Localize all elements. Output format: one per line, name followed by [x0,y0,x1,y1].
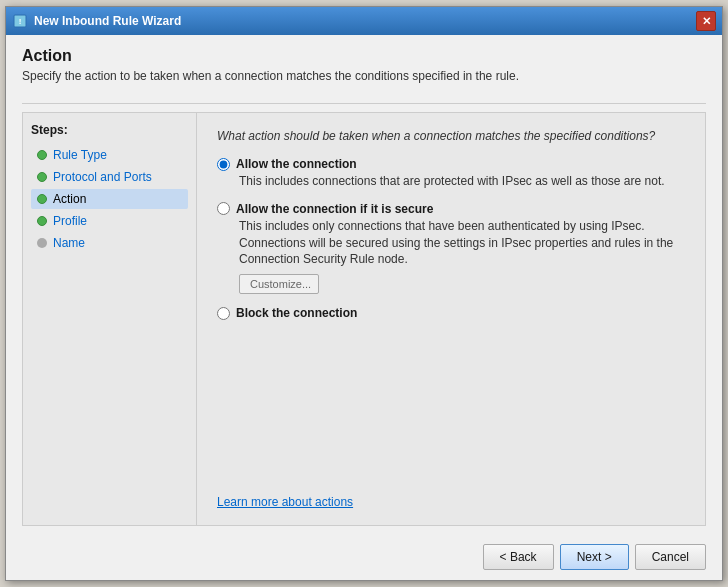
step-active-icon [37,194,47,204]
sidebar-item-profile[interactable]: Profile [31,211,188,231]
next-button[interactable]: Next > [560,544,629,570]
radio-allow-secure[interactable] [217,202,230,215]
back-button[interactable]: < Back [483,544,554,570]
radio-allow-secure-desc: This includes only connections that have… [239,218,685,268]
radio-allow-desc: This includes connections that are prote… [239,173,685,190]
title-bar: ! New Inbound Rule Wizard ✕ [6,7,722,35]
footer: < Back Next > Cancel [6,536,722,580]
customize-button[interactable]: Customize... [239,274,319,294]
main-panel: What action should be taken when a conne… [197,112,706,526]
learn-more-section: Learn more about actions [217,485,685,509]
sidebar-item-label: Name [53,236,85,250]
step-done-icon [37,150,47,160]
radio-row-allow: Allow the connection [217,157,685,171]
window-body: Action Specify the action to be taken wh… [6,35,722,536]
sidebar-item-label: Profile [53,214,87,228]
svg-text:!: ! [19,17,22,26]
question-text: What action should be taken when a conne… [217,129,685,143]
window-title: New Inbound Rule Wizard [34,14,696,28]
wizard-window: ! New Inbound Rule Wizard ✕ Action Speci… [5,6,723,581]
option-block: Block the connection [217,306,685,320]
sidebar-item-rule-type[interactable]: Rule Type [31,145,188,165]
cancel-button[interactable]: Cancel [635,544,706,570]
radio-row-allow-secure: Allow the connection if it is secure [217,202,685,216]
sidebar-item-name[interactable]: Name [31,233,188,253]
radio-row-block: Block the connection [217,306,685,320]
option-allow-secure: Allow the connection if it is secure Thi… [217,202,685,294]
sidebar-item-action[interactable]: Action [31,189,188,209]
radio-group: Allow the connection This includes conne… [217,157,685,320]
content-area: Steps: Rule Type Protocol and Ports Acti… [22,112,706,526]
radio-block[interactable] [217,307,230,320]
option-allow: Allow the connection This includes conne… [217,157,685,190]
learn-more-link[interactable]: Learn more about actions [217,495,353,509]
window-icon: ! [12,13,28,29]
radio-allow-secure-label[interactable]: Allow the connection if it is secure [236,202,433,216]
radio-block-label[interactable]: Block the connection [236,306,357,320]
close-button[interactable]: ✕ [696,11,716,31]
step-done-icon [37,172,47,182]
sidebar-item-label: Action [53,192,86,206]
steps-label: Steps: [31,123,188,137]
radio-allow-label[interactable]: Allow the connection [236,157,357,171]
sidebar-item-label: Rule Type [53,148,107,162]
step-empty-icon [37,238,47,248]
page-title: Action [22,47,706,65]
radio-allow[interactable] [217,158,230,171]
step-done-icon [37,216,47,226]
divider [22,103,706,104]
page-subtitle: Specify the action to be taken when a co… [22,69,706,83]
sidebar-item-protocol-ports[interactable]: Protocol and Ports [31,167,188,187]
sidebar: Steps: Rule Type Protocol and Ports Acti… [22,112,197,526]
sidebar-item-label: Protocol and Ports [53,170,152,184]
